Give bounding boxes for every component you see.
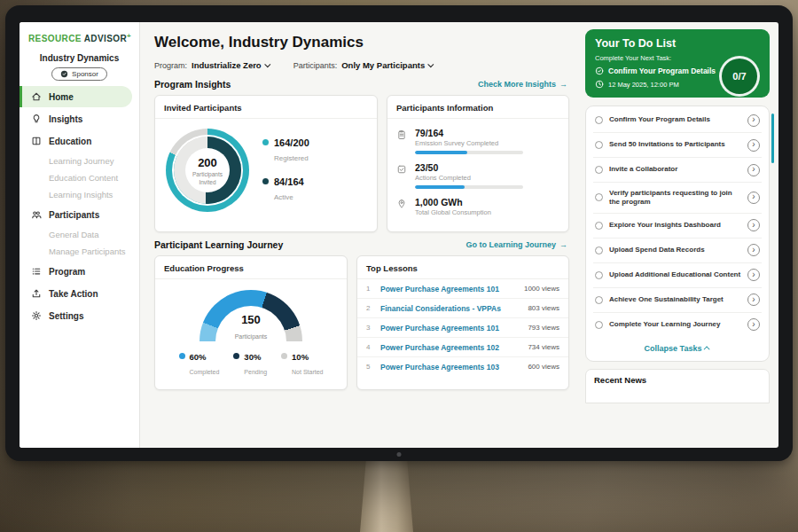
card-title: Invited Participants [155,96,377,119]
upload-icon [31,288,42,299]
task-row-achieve-target[interactable]: Achieve One Sustainability Target › [593,288,762,313]
filters-row: Program: Industrialize Zero Participants… [154,60,569,70]
check-square-icon [396,164,407,175]
actions-progress-bar [415,185,523,189]
task-row-explore-insights[interactable]: Explore Your Insights Dashboard › [593,214,762,239]
chevron-right-icon[interactable]: › [747,164,760,176]
lesson-rank: 2 [366,304,373,312]
legend-label: Active [274,193,293,201]
arrow-right-icon: → [559,240,567,249]
donut-legend: 164/200 Registered 84/164 Active [262,137,309,203]
due-date-label: 12 May 2025, 12:00 PM [608,81,679,89]
sidebar-item-learning-insights[interactable]: Learning Insights [20,186,139,203]
legend-label: Not Started [292,369,323,375]
task-row-verify-participants[interactable]: Verify participants requesting to join t… [593,183,762,214]
task-checkbox[interactable] [595,222,603,230]
task-checkbox[interactable] [595,116,603,124]
lesson-link[interactable]: Power Purchase Agreements 101 [380,324,520,332]
lesson-row: 3 Power Purchase Agreements 101 793 view… [357,318,568,338]
task-row-upload-spend-data[interactable]: Upload Spend Data Records › [593,239,762,263]
task-checkbox[interactable] [595,296,603,304]
task-row-confirm-program[interactable]: Confirm Your Program Details › [593,108,762,133]
task-checkbox[interactable] [595,193,603,201]
lesson-link[interactable]: Power Purchase Agreements 101 [380,285,517,293]
scrollbar[interactable] [771,113,774,163]
chevron-right-icon[interactable]: › [747,293,760,306]
chevron-right-icon[interactable]: › [747,244,760,256]
sidebar-item-education[interactable]: Education [20,130,139,152]
chevron-right-icon[interactable]: › [747,114,760,127]
donut-center: 200 Participants Invited [184,154,231,185]
legend-item-completed: 60% Completed [179,352,220,378]
task-list-card: Confirm Your Program Details › Send 50 I… [585,106,770,362]
sidebar-item-label: Program [49,267,85,277]
sidebar-item-label: Education [49,137,91,146]
sponsor-badge[interactable]: Sponsor [51,67,107,81]
sidebar-item-insights[interactable]: Insights [20,108,139,129]
task-checkbox[interactable] [595,246,603,254]
sidebar-item-manage-participants[interactable]: Manage Participants [20,243,139,260]
legend-item-not-started: 10% Not Started [281,352,323,378]
participants-filter-dropdown[interactable]: Participants: Only My Participants [293,60,434,70]
link-label: Check More Insights [478,80,556,89]
go-to-learning-journey-link[interactable]: Go to Learning Journey → [466,240,567,249]
task-checkbox[interactable] [595,271,603,279]
task-checkbox[interactable] [595,166,603,174]
gear-icon [31,310,42,321]
sidebar-item-label: Settings [49,311,83,321]
recent-news-section: Recent News [585,369,770,403]
sidebar-item-education-content[interactable]: Education Content [20,169,139,186]
legend-value: 60% [190,352,220,362]
lesson-link[interactable]: Power Purchase Agreements 102 [380,343,520,352]
lesson-link[interactable]: Financial Considerations - VPPAs [380,304,520,313]
sidebar-item-settings[interactable]: Settings [20,305,139,326]
chevron-right-icon[interactable]: › [747,219,760,231]
lesson-row: 4 Power Purchase Agreements 102 734 view… [357,338,568,357]
link-label: Go to Learning Journey [466,240,556,249]
chevron-right-icon[interactable]: › [747,318,760,331]
page-title: Welcome, Industry Dynamics [154,34,569,51]
home-icon [31,91,42,102]
task-checkbox[interactable] [595,141,603,149]
emission-survey-row: 79/164 Emission Survey Completed [396,123,559,158]
collapse-tasks-button[interactable]: Collapse Tasks [593,337,762,359]
lesson-link[interactable]: Power Purchase Agreements 103 [380,363,520,372]
lightbulb-icon [31,113,42,124]
chevron-right-icon[interactable]: › [747,269,760,281]
sidebar-item-label: Participants [49,210,99,220]
metric-value: 23/50 [415,162,523,173]
todo-next-task[interactable]: Confirm Your Program Details [595,66,724,75]
todo-summary-card: Your To Do List Complete Your Next Task:… [585,29,770,98]
task-checkbox[interactable] [595,321,603,329]
lesson-views: 600 views [528,363,559,371]
sidebar-item-program[interactable]: Program [20,261,139,282]
check-more-insights-link[interactable]: Check More Insights → [478,80,567,89]
education-progress-card: Education Progress 150 Participants [154,255,348,390]
task-row-invite-collaborator[interactable]: Invite a Collaborator › [593,158,762,183]
chevron-right-icon[interactable]: › [747,139,760,152]
chevron-right-icon[interactable]: › [747,192,760,204]
lesson-rank: 4 [366,343,373,351]
chevron-up-icon [704,347,710,353]
sidebar-item-general-data[interactable]: General Data [20,226,139,243]
todo-title: Your To Do List [595,37,760,50]
sidebar-item-take-action[interactable]: Take Action [20,283,139,304]
card-title: Education Progress [155,256,347,279]
task-row-upload-educational-content[interactable]: Upload Additional Educational Content › [593,263,762,288]
task-label: Confirm Your Program Details [609,115,741,124]
task-label: Verify participants requesting to join t… [609,189,741,207]
program-filter-dropdown[interactable]: Program: Industrialize Zero [154,60,270,70]
sidebar-item-participants[interactable]: Participants [20,204,139,225]
sidebar-item-home[interactable]: Home [20,86,132,107]
sidebar-item-learning-journey[interactable]: Learning Journey [20,153,139,169]
legend-dot-pending [233,353,239,359]
arrow-right-icon: → [559,80,567,89]
lesson-rank: 3 [366,324,373,332]
progress-fill [415,185,465,189]
list-icon [31,266,42,277]
task-label: Invite a Collaborator [609,165,741,174]
task-row-send-invitations[interactable]: Send 50 Invitations to Participants › [593,133,762,158]
task-row-complete-learning-journey[interactable]: Complete Your Learning Journey › [593,313,762,337]
check-circle-icon [595,66,604,75]
app-logo: RESOURCE ADVISOR+ [20,32,139,43]
